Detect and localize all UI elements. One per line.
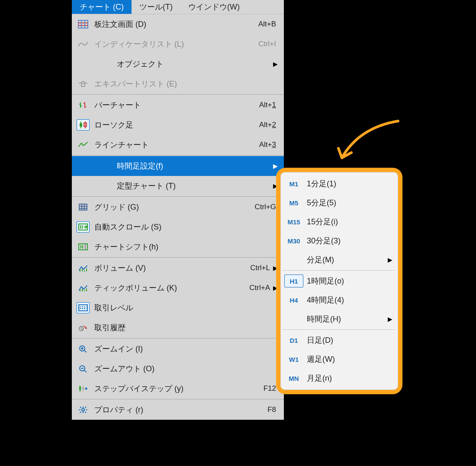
menu-item[interactable]: グリッド (G)Ctrl+G [72, 197, 284, 217]
menu-item[interactable]: ボリューム (V)Ctrl+L▶ [72, 258, 284, 278]
timeframe-item[interactable]: D1日足(D) [283, 331, 396, 350]
svg-line-41 [84, 370, 87, 372]
menu-item[interactable]: ティックボリューム (K)Ctrl+A▶ [72, 278, 284, 298]
chart-dropdown: 板注文画面 (D)Alt+Bインディケータリスト (L)Ctrl+Iオブジェクト… [72, 14, 284, 420]
indicator-icon [77, 38, 90, 50]
menu-item[interactable]: 自動スクロール (S) [72, 217, 284, 237]
submenu-arrow-icon: ▶ [386, 316, 392, 322]
menu-item[interactable]: ズームイン (I) [72, 339, 284, 359]
menu-item: インディケータリスト (L)Ctrl+I [72, 34, 284, 54]
menu-item[interactable]: チャートシフト(h) [72, 237, 284, 257]
menu-item-label: オブジェクト [94, 59, 272, 69]
timeframe-item[interactable]: 時間足(H)▶ [283, 310, 396, 329]
menu-item[interactable]: 取引レベル [72, 298, 284, 318]
menu-item-shortcut: Alt+3 [259, 140, 278, 149]
menu-item-label: 定型チャート (T) [94, 181, 272, 191]
menubar-tab-tools[interactable]: ツール(T) [132, 0, 180, 14]
menu-item[interactable]: 定型チャート (T)▶ [72, 176, 284, 196]
svg-rect-31 [79, 305, 87, 311]
menu-item-label: 取引履歴 [94, 322, 278, 333]
timeframe-icon: MN [284, 372, 303, 385]
menu-item[interactable]: 取引履歴 [72, 318, 284, 338]
menu-item-label: ステップバイステップ (y) [94, 383, 264, 394]
menubar-tab-window[interactable]: ウインドウ(W) [180, 0, 248, 14]
svg-rect-5 [81, 83, 85, 86]
menu-item-shortcut: F12 [264, 384, 278, 393]
dom-order-icon [77, 19, 90, 30]
timeframe-label: 日足(D) [307, 335, 392, 345]
timeframe-label: 1時間足(o) [307, 276, 392, 286]
menu-item[interactable]: ズームアウト (O) [72, 359, 284, 379]
submenu-arrow-icon: ▶ [386, 256, 392, 263]
menu-item-label: 自動スクロール (S) [94, 222, 278, 232]
submenu-separator [283, 329, 396, 330]
tradelevel-icon [77, 302, 90, 313]
timeframe-item[interactable]: M3030分足(3) [283, 231, 396, 250]
menu-separator [72, 155, 284, 156]
menu-item-shortcut: Ctrl+A [249, 284, 272, 292]
zoomout-icon [77, 363, 90, 374]
menu-item[interactable]: プロパティ (r)F8 [72, 400, 284, 420]
menu-item[interactable]: ステップバイステップ (y)F12 [72, 379, 284, 399]
timeframe-item[interactable]: H44時間足(4) [283, 290, 396, 310]
timeframe-label: 分足(M) [284, 255, 386, 265]
menu-item-shortcut: Alt+B [258, 20, 278, 29]
menu-item-label: ラインチャート [94, 140, 259, 150]
submenu-arrow-icon: ▶ [272, 163, 278, 169]
menu-separator [72, 196, 284, 197]
timeframe-label: 月足(n) [307, 373, 392, 383]
timeframe-label: 週足(W) [307, 354, 392, 364]
menu-item[interactable]: 時間足設定(f)▶ [72, 156, 284, 176]
menu-item-label: グリッド (G) [94, 202, 254, 212]
menu-item[interactable]: ラインチャートAlt+3 [72, 135, 284, 155]
timeframe-label: 30分足(3) [307, 236, 392, 246]
menu-separator [72, 257, 284, 258]
timeframe-item[interactable]: MN月足(n) [283, 369, 396, 388]
menu-item-label: エキスパートリスト (E) [94, 79, 278, 89]
timeframe-item[interactable]: M11分足(1) [283, 174, 396, 193]
menubar-tab-chart[interactable]: チャート (C) [72, 0, 132, 14]
menu-item-label: プロパティ (r) [94, 405, 267, 415]
menu-item-shortcut: Alt+1 [259, 101, 278, 109]
chartshift-icon [77, 241, 90, 252]
menu-item-label: ズームアウト (O) [94, 364, 278, 374]
menubar: チャート (C) ツール(T) ウインドウ(W) [72, 0, 284, 14]
line-chart-icon [77, 139, 90, 150]
svg-rect-44 [79, 387, 81, 390]
menu-item-label: 取引レベル [94, 303, 278, 313]
menu-item-label: ティックボリューム (K) [94, 283, 249, 293]
timeframe-item[interactable]: W1週足(W) [283, 350, 396, 369]
timeframe-submenu-highlight: M11分足(1)M55分足(5)M1515分足(i)M3030分足(3)分足(M… [276, 168, 402, 394]
menu-item-label: ボリューム (V) [94, 263, 250, 273]
menu-item-shortcut: Alt+2 [259, 121, 278, 129]
timeframe-item[interactable]: M55分足(5) [283, 193, 396, 212]
timeframe-icon: M30 [284, 234, 303, 247]
candle-icon [77, 119, 90, 131]
menu-item-shortcut: Ctrl+I [258, 40, 278, 48]
menu-item[interactable]: 板注文画面 (D)Alt+B [72, 14, 284, 34]
timeframe-label: 4時間足(4) [307, 295, 392, 305]
menu-item[interactable]: ローソク足Alt+2 [72, 115, 284, 135]
menu-separator [72, 94, 284, 95]
timeframe-label: 時間足(H) [284, 314, 386, 324]
history-icon [77, 322, 90, 333]
svg-point-47 [82, 409, 84, 411]
callout-arrow-icon [333, 119, 402, 166]
timeframe-icon: D1 [284, 334, 303, 347]
submenu-arrow-icon: ▶ [272, 61, 278, 67]
timeframe-label: 1分足(1) [307, 179, 392, 189]
timeframe-icon: H4 [284, 294, 303, 306]
timeframe-item[interactable]: H11時間足(o) [283, 271, 396, 290]
menu-item-label: バーチャート [94, 100, 259, 110]
menu-item[interactable]: オブジェクト▶ [72, 54, 284, 74]
timeframe-item[interactable]: M1515分足(i) [283, 212, 396, 231]
menu-item[interactable]: バーチャートAlt+1 [72, 95, 284, 115]
properties-icon [77, 404, 90, 415]
menu-item-label: ローソク足 [94, 120, 259, 130]
svg-line-37 [84, 350, 87, 352]
timeframe-item[interactable]: 分足(M)▶ [283, 250, 396, 269]
menu-separator [72, 338, 284, 338]
volume-icon [77, 262, 90, 274]
svg-rect-0 [78, 20, 88, 28]
grid-icon [77, 201, 90, 213]
